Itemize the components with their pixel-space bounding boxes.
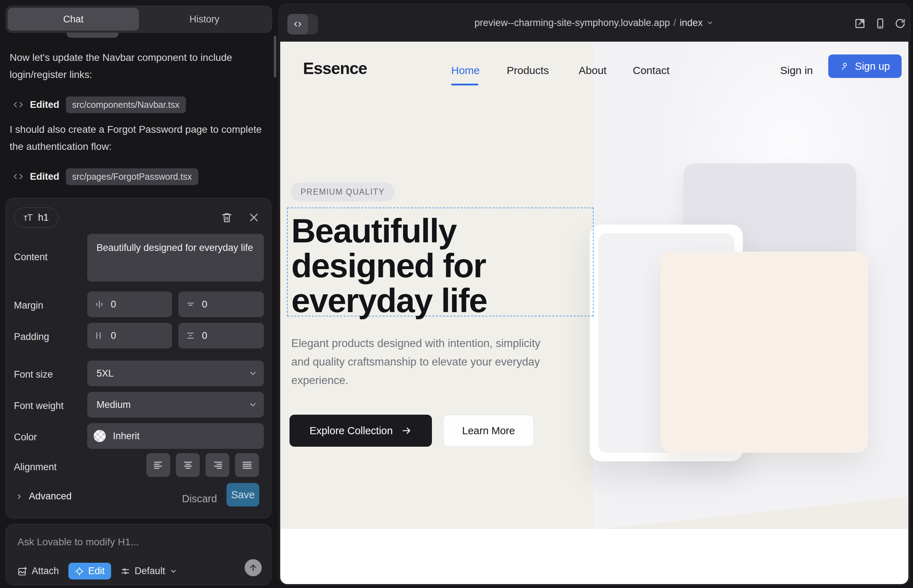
advanced-toggle[interactable]: Advanced [15, 491, 71, 502]
close-panel-button[interactable] [246, 210, 262, 225]
smartphone-icon [874, 18, 886, 29]
site-logo[interactable]: Essence [303, 59, 367, 78]
margin-y-input[interactable]: 0 [178, 291, 264, 317]
refresh-button[interactable] [894, 18, 906, 29]
composer-input[interactable]: Ask Lovable to modify H1... [18, 536, 139, 548]
color-swatch-transparent [94, 430, 106, 442]
padding-label: Padding [14, 331, 49, 342]
sliders-icon [120, 566, 130, 576]
nav-link-products[interactable]: Products [507, 65, 549, 76]
nav-link-home[interactable]: Home [451, 65, 480, 76]
align-justify-icon [241, 459, 253, 471]
premium-quality-badge: PREMIUM QUALITY [291, 183, 395, 202]
trash-icon [221, 212, 233, 223]
padding-horizontal-icon [94, 331, 104, 341]
delete-element-button[interactable] [219, 210, 235, 225]
target-icon [75, 567, 84, 576]
element-tag-label: h1 [38, 212, 49, 223]
mode-select[interactable]: Default [120, 565, 177, 577]
align-justify-button[interactable] [235, 453, 259, 477]
tab-chat[interactable]: Chat [8, 8, 139, 31]
font-size-label: Font size [14, 369, 53, 380]
margin-label: Margin [14, 300, 44, 311]
align-center-button[interactable] [176, 453, 200, 477]
chat-message: Now let's update the Navbar component to… [10, 49, 265, 83]
chevron-down-icon [248, 400, 257, 409]
clipped-chip [66, 33, 118, 38]
open-external-button[interactable] [854, 18, 866, 29]
chevron-down-icon [170, 567, 177, 575]
edited-file-row: Edited src/components/Navbar.tsx [13, 95, 186, 114]
arrow-right-icon [401, 425, 412, 436]
arrow-up-icon [249, 563, 258, 572]
padding-y-input[interactable]: 0 [178, 323, 264, 349]
chat-history-tabbar: Chat History [6, 6, 272, 33]
font-weight-label: Font weight [14, 401, 64, 412]
nav-link-contact[interactable]: Contact [633, 65, 669, 76]
url-path: index [680, 18, 703, 29]
url-separator: / [673, 18, 676, 29]
margin-vertical-icon [186, 299, 196, 309]
chat-composer: Ask Lovable to modify H1... Attach Edit … [6, 524, 271, 585]
url-host: preview--charming-site-symphony.lovable.… [475, 18, 670, 29]
chevron-down-icon [248, 369, 257, 378]
font-weight-select[interactable]: Medium [87, 392, 264, 417]
hero-subtext: Elegant products designed with intention… [291, 334, 548, 390]
save-button[interactable]: Save [227, 483, 259, 507]
external-link-icon [854, 18, 866, 29]
lovable-app: Chat History Now let's update the Navbar… [0, 0, 913, 588]
explore-collection-button[interactable]: Explore Collection [290, 415, 432, 447]
preview-browser-frame: preview--charming-site-symphony.lovable.… [278, 3, 910, 585]
user-icon [840, 61, 850, 71]
file-chip[interactable]: src/pages/ForgotPassword.tsx [66, 168, 198, 185]
code-icon [13, 171, 24, 182]
chevron-right-icon [15, 493, 23, 501]
align-center-icon [182, 459, 194, 471]
chat-message: I should also create a Forgot Password p… [10, 121, 265, 155]
site-viewport: Essence Home Products About Contact Sign… [280, 42, 908, 584]
sign-in-link[interactable]: Sign in [780, 65, 813, 76]
sign-up-button[interactable]: Sign up [828, 55, 902, 78]
attach-image-icon [18, 566, 28, 576]
align-left-icon [152, 459, 165, 471]
edit-mode-button[interactable]: Edit [68, 563, 112, 580]
margin-x-input[interactable]: 0 [87, 291, 172, 317]
margin-horizontal-icon [94, 299, 104, 309]
edited-file-row: Edited src/pages/ForgotPassword.tsx [13, 167, 198, 186]
send-button[interactable] [244, 559, 262, 576]
code-icon [13, 99, 24, 110]
file-chip[interactable]: src/components/Navbar.tsx [66, 97, 186, 113]
chevron-down-icon [706, 19, 714, 27]
close-icon [248, 212, 260, 223]
tab-history[interactable]: History [139, 8, 270, 31]
color-label: Color [14, 432, 37, 443]
text-element-icon: тT [24, 213, 32, 223]
learn-more-button[interactable]: Learn More [444, 415, 534, 447]
mobile-view-button[interactable] [874, 18, 886, 29]
content-label: Content [14, 252, 48, 263]
content-input[interactable]: Beautifully designed for everyday life [87, 234, 264, 281]
refresh-icon [894, 18, 906, 29]
edited-label: Edited [30, 171, 60, 182]
padding-vertical-icon [186, 331, 196, 341]
align-right-icon [212, 459, 223, 471]
nav-link-about[interactable]: About [579, 65, 606, 76]
hero-headline[interactable]: Beautifully designed for everyday life [291, 213, 592, 318]
attach-button[interactable]: Attach [18, 565, 59, 577]
color-select[interactable]: Inherit [87, 423, 264, 449]
alignment-label: Alignment [14, 462, 57, 473]
decor-card-front [660, 252, 868, 453]
align-right-button[interactable] [206, 453, 229, 477]
edited-label: Edited [30, 99, 60, 110]
discard-button[interactable]: Discard [182, 493, 217, 505]
font-size-select[interactable]: 5XL [87, 360, 264, 386]
sidebar-scrollbar[interactable] [274, 36, 276, 78]
padding-x-input[interactable]: 0 [87, 323, 172, 349]
url-bar[interactable]: preview--charming-site-symphony.lovable.… [279, 4, 910, 42]
element-editor-panel: тT h1 Content Beautifully designed for e… [6, 198, 271, 518]
nav-active-underline [451, 84, 478, 86]
selected-element-tag: тT h1 [14, 207, 58, 228]
align-left-button[interactable] [146, 453, 170, 477]
